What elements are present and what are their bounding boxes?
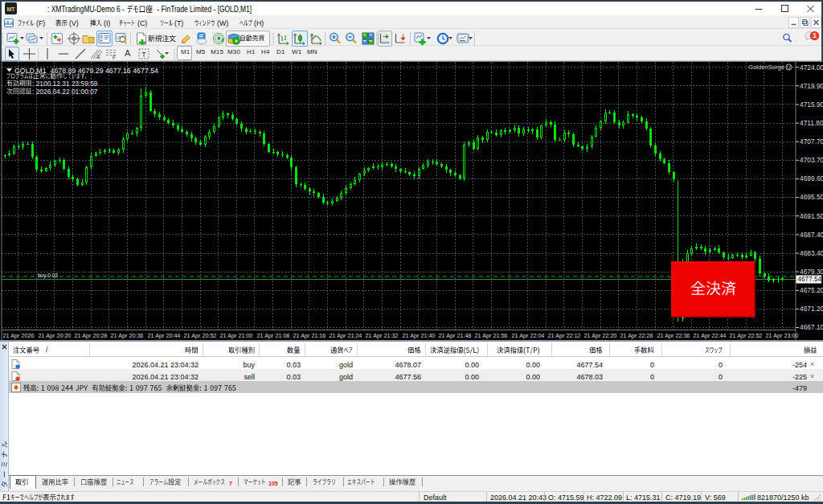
svg-text:GoldenSurge: GoldenSurge (748, 64, 784, 71)
svg-text:21 Apr 20:52: 21 Apr 20:52 (184, 332, 217, 339)
svg-text:4699.60: 4699.60 (800, 174, 823, 182)
svg-text:21 Apr 22:36: 21 Apr 22:36 (657, 332, 690, 339)
svg-text:4719.90: 4719.90 (800, 82, 823, 90)
svg-text:21 Apr 20:44: 21 Apr 20:44 (148, 332, 181, 339)
svg-text:21 Apr 21:08: 21 Apr 21:08 (257, 332, 290, 339)
svg-text:4667.10: 4667.10 (800, 323, 823, 331)
svg-text:4711.80: 4711.80 (800, 119, 823, 127)
svg-text:21 Apr 22:04: 21 Apr 22:04 (512, 332, 545, 339)
svg-text:21 Apr 22:52: 21 Apr 22:52 (730, 332, 763, 339)
svg-text:21 Apr 21:00: 21 Apr 21:00 (220, 332, 253, 339)
svg-text:4695.50: 4695.50 (800, 193, 823, 201)
svg-text:21 Apr 20:36: 21 Apr 20:36 (111, 332, 144, 339)
svg-text:21 Apr 20:28: 21 Apr 20:28 (75, 332, 108, 339)
svg-text:4724.00: 4724.00 (800, 64, 823, 72)
svg-text:21 Apr 21:16: 21 Apr 21:16 (293, 332, 326, 339)
svg-text:21 Apr 23:00: 21 Apr 23:00 (766, 332, 799, 339)
svg-text:4683.40: 4683.40 (800, 249, 823, 257)
svg-text:4679.30: 4679.30 (800, 268, 823, 276)
svg-text:4671.20: 4671.20 (800, 305, 823, 313)
svg-text:21 Apr 22:44: 21 Apr 22:44 (694, 332, 727, 339)
svg-text:21 Apr 2026: 21 Apr 2026 (3, 332, 35, 339)
svg-text:4703.70: 4703.70 (800, 156, 823, 164)
svg-text:21 Apr 22:20: 21 Apr 22:20 (584, 332, 617, 339)
svg-text:21 Apr 21:32: 21 Apr 21:32 (366, 332, 399, 339)
svg-text:21 Apr 22:12: 21 Apr 22:12 (548, 332, 581, 339)
svg-text:4707.70: 4707.70 (800, 137, 823, 145)
svg-text:21 Apr 21:40: 21 Apr 21:40 (403, 332, 436, 339)
svg-text:21 Apr 20:20: 21 Apr 20:20 (39, 332, 72, 339)
svg-text:21 Apr 21:48: 21 Apr 21:48 (439, 332, 472, 339)
svg-text:21 Apr 21:56: 21 Apr 21:56 (475, 332, 508, 339)
svg-text:buy 0.03: buy 0.03 (38, 272, 58, 279)
svg-text:4691.50: 4691.50 (800, 212, 823, 220)
svg-text:4677.54: 4677.54 (798, 276, 822, 283)
svg-text:4687.40: 4687.40 (800, 231, 823, 239)
svg-text:4715.90: 4715.90 (800, 100, 823, 109)
svg-text:21 Apr 21:24: 21 Apr 21:24 (330, 332, 362, 339)
svg-text:21 Apr 22:28: 21 Apr 22:28 (620, 332, 653, 339)
svg-text:4675.20: 4675.20 (800, 286, 823, 294)
